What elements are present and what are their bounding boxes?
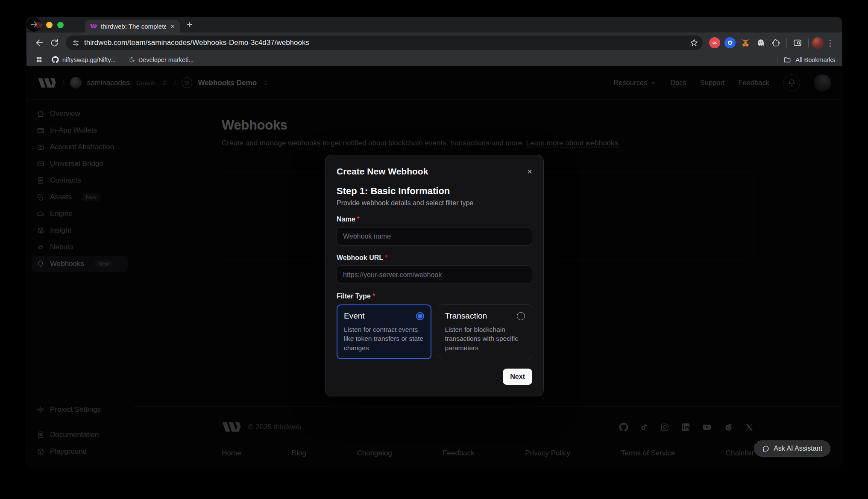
site-settings-icon[interactable] (72, 39, 79, 47)
next-button[interactable]: Next (503, 369, 532, 385)
bookmark-niftyswap[interactable]: niftyswap.gg/Nifty... (52, 56, 116, 63)
bookmark-star-icon[interactable] (690, 38, 698, 47)
tab-close-icon[interactable]: × (170, 23, 176, 30)
event-radio[interactable] (416, 312, 424, 320)
ask-ai-assistant-button[interactable]: Ask AI Assistant (754, 440, 830, 457)
extensions-puzzle-icon[interactable] (768, 35, 783, 50)
filter-option-transaction[interactable]: Transaction Listen for blockchain transa… (438, 304, 533, 359)
bookmarks-divider (777, 56, 777, 63)
new-tab-button[interactable]: + (187, 18, 193, 30)
tab-title: thirdweb: The complete web3 (101, 23, 166, 30)
filter-option-event[interactable]: Event Listen for contract events like to… (337, 304, 431, 359)
webhook-url-label: Webhook URL* (337, 254, 532, 262)
create-webhook-modal: Create New Webhook × Step 1: Basic Infor… (325, 155, 544, 396)
browser-toolbar: thirdweb.com/team/saminacodes/Webhooks-D… (26, 32, 842, 53)
reload-icon[interactable] (47, 35, 62, 50)
name-label: Name* (337, 216, 532, 223)
required-marker: * (385, 254, 387, 261)
bookmarks-bar: niftyswap.gg/Nifty... Developer marketi.… (26, 53, 842, 66)
close-icon[interactable]: × (527, 167, 532, 176)
apps-grid-icon[interactable] (33, 54, 44, 65)
all-bookmarks-button[interactable]: All Bookmarks (795, 56, 835, 63)
transaction-radio[interactable] (517, 312, 525, 320)
extension-metamask-icon[interactable] (740, 37, 751, 48)
thirdweb-favicon (90, 23, 97, 30)
crescent-icon (129, 56, 135, 63)
modal-title: Create New Webhook (337, 166, 428, 177)
toolbar-divider (808, 38, 809, 47)
side-panel-search-icon[interactable] (790, 35, 805, 50)
required-marker: * (357, 216, 360, 223)
step-title: Step 1: Basic Information (337, 186, 532, 197)
browser-tab[interactable]: thirdweb: The complete web3 × (85, 20, 180, 32)
address-bar[interactable]: thirdweb.com/team/saminacodes/Webhooks-D… (66, 35, 703, 50)
thirdweb-dashboard: / saminacodes Growth / Webhooks Demo Re (26, 66, 842, 467)
zoom-window-button[interactable] (57, 22, 64, 28)
webhook-name-input[interactable] (337, 227, 532, 245)
browser-profile-avatar[interactable] (812, 37, 824, 49)
webhook-url-input[interactable] (337, 266, 532, 284)
bookmarks-divider (48, 56, 48, 63)
minimize-window-button[interactable] (46, 22, 53, 28)
browser-menu-icon[interactable]: ⋮ (824, 38, 838, 48)
forward-icon[interactable] (26, 17, 41, 32)
extension-coinbase-icon[interactable] (724, 37, 736, 48)
required-marker: * (372, 292, 375, 300)
bookmark-developer-marketing[interactable]: Developer marketi... (129, 56, 194, 63)
extension-phantom-icon[interactable] (755, 37, 766, 48)
url-text[interactable]: thirdweb.com/team/saminacodes/Webhooks-D… (84, 38, 685, 47)
back-icon[interactable] (32, 35, 47, 50)
filter-type-label: Filter Type* (337, 292, 532, 300)
toolbar-divider (786, 38, 787, 47)
folder-icon (783, 56, 791, 64)
github-icon (52, 56, 59, 63)
chat-bubble-icon (762, 445, 769, 452)
browser-window: thirdweb: The complete web3 × + thirdweb… (26, 17, 842, 467)
extension-rainbow-icon[interactable] (709, 37, 720, 48)
step-subtitle: Provide webhook details and select filte… (337, 199, 532, 207)
tab-strip: thirdweb: The complete web3 × + (26, 17, 842, 32)
